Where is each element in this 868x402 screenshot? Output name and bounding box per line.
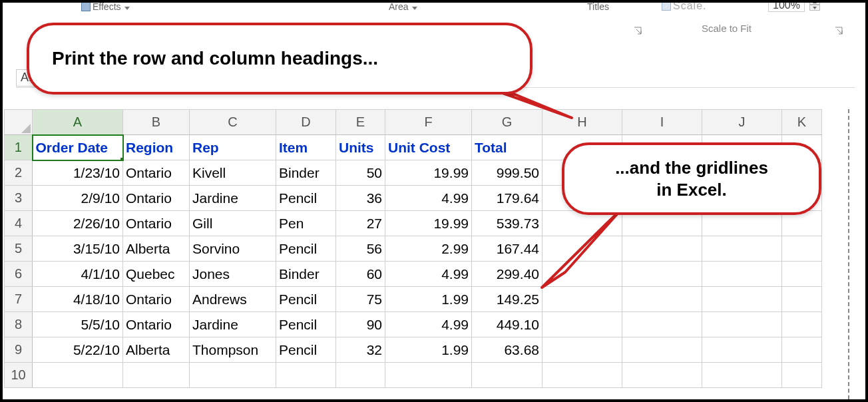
cell[interactable]: 4/18/10 — [33, 287, 123, 312]
cell[interactable] — [472, 363, 542, 388]
cell[interactable]: Units — [336, 135, 385, 160]
select-all-corner[interactable] — [5, 110, 33, 135]
cell[interactable] — [782, 287, 822, 312]
cell[interactable]: Order Date — [33, 135, 123, 160]
cell[interactable]: 75 — [336, 287, 385, 312]
cell[interactable]: 4.99 — [385, 312, 472, 337]
cell[interactable]: Ontario — [123, 312, 190, 337]
cell[interactable]: Pencil — [276, 312, 336, 337]
cell[interactable]: 539.73 — [472, 211, 542, 236]
cell[interactable]: Jones — [190, 262, 276, 287]
cell[interactable]: Quebec — [123, 262, 190, 287]
row-header-10[interactable]: 10 — [5, 363, 33, 388]
cell[interactable]: Ontario — [123, 160, 190, 186]
cell[interactable] — [702, 363, 782, 388]
cell[interactable]: 1.99 — [385, 337, 472, 363]
scale-value-box[interactable]: 100% — [768, 0, 805, 12]
cell[interactable]: Gill — [190, 211, 276, 236]
column-header-C[interactable]: C — [190, 110, 276, 135]
cell[interactable] — [702, 262, 782, 287]
column-header-A[interactable]: A — [33, 110, 123, 135]
cell[interactable] — [782, 337, 822, 363]
cell[interactable]: Andrews — [190, 287, 276, 312]
cell[interactable]: Alberta — [123, 236, 190, 262]
cell[interactable]: 19.99 — [385, 211, 472, 236]
cell[interactable]: Region — [123, 135, 190, 160]
cell[interactable] — [542, 337, 622, 363]
row-header-5[interactable]: 5 — [5, 236, 33, 262]
cell[interactable]: 19.99 — [385, 160, 472, 186]
row-header-6[interactable]: 6 — [5, 262, 33, 287]
column-header-E[interactable]: E — [336, 110, 385, 135]
cell[interactable]: 36 — [336, 186, 385, 211]
cell[interactable]: Pencil — [276, 186, 336, 211]
spinner-up-icon[interactable] — [809, 0, 820, 5]
cell[interactable]: 4/1/10 — [33, 262, 123, 287]
cell[interactable]: Pen — [276, 211, 336, 236]
cell[interactable] — [782, 312, 822, 337]
cell[interactable]: Rep — [190, 135, 276, 160]
cell[interactable] — [336, 363, 385, 388]
effects-dropdown[interactable]: Effects — [81, 1, 130, 12]
cell[interactable] — [123, 363, 190, 388]
cell[interactable]: Pencil — [276, 236, 336, 262]
cell[interactable]: Thompson — [190, 337, 276, 363]
column-header-J[interactable]: J — [702, 110, 782, 135]
cell[interactable]: Jardine — [190, 186, 276, 211]
dialog-launcher-icon[interactable] — [835, 27, 843, 35]
cell[interactable]: 5/5/10 — [33, 312, 123, 337]
cell[interactable] — [702, 337, 782, 363]
cell[interactable]: Ontario — [123, 186, 190, 211]
cell[interactable] — [702, 312, 782, 337]
cell[interactable]: 299.40 — [472, 262, 542, 287]
cell[interactable]: Unit Cost — [385, 135, 472, 160]
cell[interactable]: Ontario — [123, 211, 190, 236]
cell[interactable]: 32 — [336, 337, 385, 363]
cell[interactable]: 1.99 — [385, 287, 472, 312]
cell[interactable]: 3/15/10 — [33, 236, 123, 262]
cell[interactable]: 449.10 — [472, 312, 542, 337]
area-dropdown[interactable]: Area — [389, 1, 417, 12]
column-header-K[interactable]: K — [782, 110, 822, 135]
row-header-2[interactable]: 2 — [5, 160, 33, 186]
cell[interactable]: Jardine — [190, 312, 276, 337]
cell[interactable]: 2/9/10 — [33, 186, 123, 211]
row-header-1[interactable]: 1 — [5, 135, 33, 160]
cell[interactable]: 999.50 — [472, 160, 542, 186]
cell[interactable]: 56 — [336, 236, 385, 262]
cell[interactable]: Pencil — [276, 337, 336, 363]
cell[interactable]: Kivell — [190, 160, 276, 186]
cell[interactable]: Binder — [276, 262, 336, 287]
cell[interactable]: 90 — [336, 312, 385, 337]
cell[interactable] — [622, 312, 702, 337]
spinner-down-icon[interactable] — [809, 5, 820, 11]
cell[interactable] — [702, 287, 782, 312]
column-header-B[interactable]: B — [123, 110, 190, 135]
cell[interactable] — [190, 363, 276, 388]
cell[interactable]: 5/22/10 — [33, 337, 123, 363]
cell[interactable]: Total — [472, 135, 542, 160]
cell[interactable]: 50 — [336, 160, 385, 186]
cell[interactable] — [33, 363, 123, 388]
cell[interactable] — [782, 363, 822, 388]
row-header-3[interactable]: 3 — [5, 186, 33, 211]
cell[interactable] — [782, 236, 822, 262]
column-header-D[interactable]: D — [276, 110, 336, 135]
row-header-4[interactable]: 4 — [5, 211, 33, 236]
cell[interactable]: 60 — [336, 262, 385, 287]
cell[interactable] — [276, 363, 336, 388]
row-header-8[interactable]: 8 — [5, 312, 33, 337]
row-header-7[interactable]: 7 — [5, 287, 33, 312]
cell[interactable]: 1/23/10 — [33, 160, 123, 186]
row-header-9[interactable]: 9 — [5, 337, 33, 363]
cell[interactable]: Ontario — [123, 287, 190, 312]
cell[interactable] — [542, 363, 622, 388]
cell[interactable]: 4.99 — [385, 186, 472, 211]
cell[interactable] — [542, 287, 622, 312]
cell[interactable]: 2.99 — [385, 236, 472, 262]
cell[interactable] — [622, 363, 702, 388]
cell[interactable]: Alberta — [123, 337, 190, 363]
cell[interactable]: Binder — [276, 160, 336, 186]
dialog-launcher-icon[interactable] — [634, 27, 642, 35]
column-header-I[interactable]: I — [622, 110, 702, 135]
